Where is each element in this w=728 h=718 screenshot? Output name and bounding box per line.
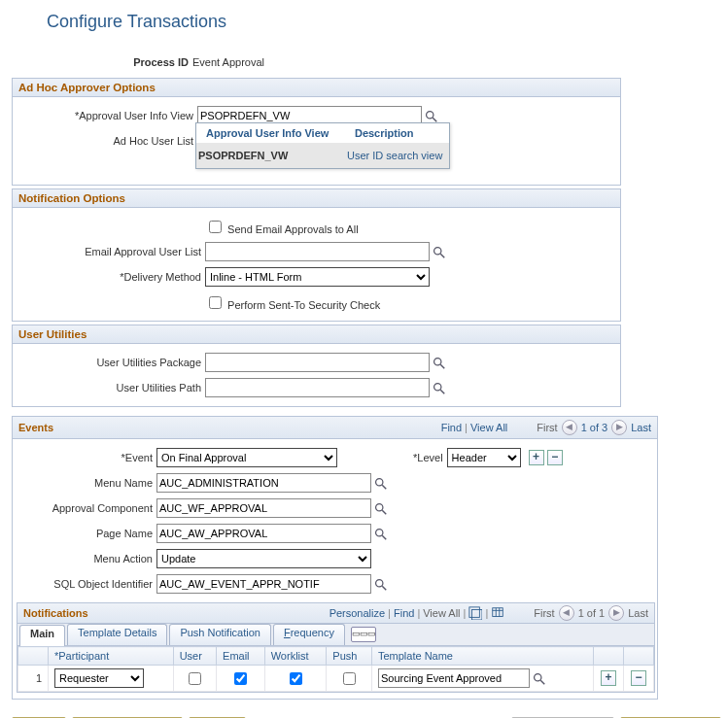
svg-line-9	[382, 485, 386, 489]
col-participant[interactable]: *Participant	[49, 647, 174, 666]
row-delete-button[interactable]: −	[631, 670, 646, 686]
sql-object-identifier-input[interactable]	[156, 574, 371, 594]
lookup-icon[interactable]	[374, 528, 388, 541]
lookup-icon[interactable]	[433, 246, 446, 259]
event-select[interactable]: On Final Approval	[156, 448, 337, 467]
menu-action-select[interactable]: Update	[156, 549, 371, 568]
events-bar: Events Find | View All First ◀ 1 of 3 ▶ …	[12, 416, 658, 439]
col-worklist[interactable]: Worklist	[264, 647, 327, 666]
tab-push-notification[interactable]: Push Notification	[169, 624, 271, 645]
user-utilities-package-input[interactable]	[205, 353, 430, 372]
user-utilities-package-label: User Utilities Package	[17, 350, 203, 375]
user-utilities-path-label: User Utilities Path	[17, 375, 203, 400]
events-last-label[interactable]: Last	[631, 422, 651, 433]
events-add-row-button[interactable]: +	[529, 450, 544, 465]
svg-point-6	[434, 384, 441, 391]
events-next-arrow-icon[interactable]: ▶	[611, 420, 627, 435]
popup-col2: Description	[345, 123, 449, 143]
send-email-all-checkbox[interactable]	[209, 221, 222, 233]
row-num: 1	[18, 666, 49, 692]
template-name-input[interactable]	[378, 668, 530, 688]
svg-point-22	[535, 674, 541, 681]
notification-options-heading: Notification Options	[13, 189, 620, 208]
notifications-find-link[interactable]: Find	[394, 607, 414, 619]
tab-template-details[interactable]: Template Details	[67, 624, 167, 645]
events-range[interactable]: 1 of 3	[577, 422, 612, 433]
tab-frequency[interactable]: FFrequencyrequency	[273, 624, 345, 645]
svg-point-12	[376, 530, 383, 536]
notifications-prev-arrow-icon[interactable]: ◀	[559, 605, 574, 621]
email-approval-user-list-input[interactable]	[205, 242, 430, 261]
lookup-icon[interactable]	[433, 357, 446, 370]
level-label: *Level	[411, 445, 445, 470]
menu-name-input[interactable]	[156, 473, 371, 493]
svg-line-1	[433, 118, 436, 121]
process-id-value: Event Approval	[191, 50, 266, 75]
events-find-link[interactable]: Find	[441, 422, 462, 433]
download-icon[interactable]	[491, 606, 504, 620]
svg-line-3	[440, 254, 444, 257]
lookup-icon[interactable]	[374, 502, 388, 516]
popup-col1: Approval User Info View	[196, 123, 345, 143]
svg-line-15	[382, 586, 386, 590]
lookup-icon[interactable]	[374, 477, 388, 491]
sent-to-security-checkbox[interactable]	[209, 296, 222, 309]
lookup-icon[interactable]	[533, 672, 546, 686]
col-push[interactable]: Push	[327, 647, 372, 666]
process-id-row: Process ID Event Approval	[12, 50, 266, 75]
user-checkbox[interactable]	[189, 672, 201, 685]
delivery-method-select[interactable]: Inline - HTML Form	[205, 267, 430, 287]
svg-rect-16	[469, 607, 480, 618]
user-utilities-section: User Utilities User Utilities Package Us…	[12, 325, 621, 407]
process-id-label: Process ID	[12, 50, 191, 75]
row-add-button[interactable]: +	[601, 670, 616, 686]
sql-object-identifier-label: SQL Object Identifier	[17, 571, 155, 597]
lookup-icon[interactable]	[433, 382, 446, 395]
lookup-icon[interactable]	[425, 110, 438, 123]
svg-point-0	[427, 112, 433, 119]
svg-point-2	[434, 248, 441, 255]
sent-to-security-label: Perform Sent-To Security Check	[227, 299, 380, 311]
notifications-viewall: View All	[423, 607, 460, 619]
page-name-input[interactable]	[156, 524, 371, 543]
events-body: *Event On Final Approval *Level Header +…	[12, 439, 658, 700]
popup-row[interactable]: PSOPRDEFN_VW User ID search view	[196, 143, 449, 168]
notification-options-section: Notification Options Send Email Approval…	[12, 188, 621, 322]
table-row: 1 Requester + −	[18, 666, 654, 692]
svg-rect-17	[472, 610, 483, 621]
email-approval-user-list-label: Email Approval User List	[17, 239, 203, 264]
approval-component-input[interactable]	[156, 498, 371, 518]
adhoc-section: Ad Hoc Approver Options *Approval User I…	[12, 78, 621, 186]
tab-main[interactable]: Main	[19, 625, 65, 646]
zoom-icon[interactable]	[468, 606, 482, 620]
events-first-label: First	[537, 422, 557, 433]
participant-select[interactable]: Requester	[54, 668, 144, 688]
worklist-checkbox[interactable]	[290, 672, 302, 685]
user-utilities-heading: User Utilities	[13, 325, 620, 344]
notifications-table: *Participant User Email Worklist Push Te…	[17, 646, 654, 692]
col-user[interactable]: User	[173, 647, 216, 666]
events-prev-arrow-icon[interactable]: ◀	[562, 420, 577, 435]
user-utilities-path-input[interactable]	[205, 378, 430, 397]
send-email-all-label: Send Email Approvals to All	[227, 223, 359, 235]
notifications-tabrow: Main Template Details Push Notification …	[17, 624, 654, 646]
col-email[interactable]: Email	[217, 647, 265, 666]
svg-line-23	[540, 680, 544, 684]
expand-all-tabs-icon[interactable]: ▭▭▭	[351, 627, 376, 642]
level-select[interactable]: Header	[447, 448, 521, 467]
svg-point-14	[376, 580, 383, 587]
notifications-first-label: First	[534, 607, 554, 619]
page-title: Configure Transactions	[47, 12, 716, 32]
menu-action-label: Menu Action	[17, 546, 155, 571]
email-checkbox[interactable]	[234, 672, 247, 685]
events-viewall-link[interactable]: View All	[470, 422, 507, 433]
col-template[interactable]: Template Name	[371, 647, 593, 666]
user-info-view-popup[interactable]: Approval User Info View Description PSOP…	[195, 122, 450, 169]
page-name-label: Page Name	[17, 521, 155, 546]
push-checkbox[interactable]	[343, 672, 356, 685]
notifications-personalize-link[interactable]: Personalize	[329, 607, 385, 619]
events-delete-row-button[interactable]: −	[547, 450, 563, 465]
svg-point-4	[434, 359, 441, 365]
lookup-icon[interactable]	[374, 578, 388, 592]
notifications-next-arrow-icon[interactable]: ▶	[608, 605, 624, 621]
